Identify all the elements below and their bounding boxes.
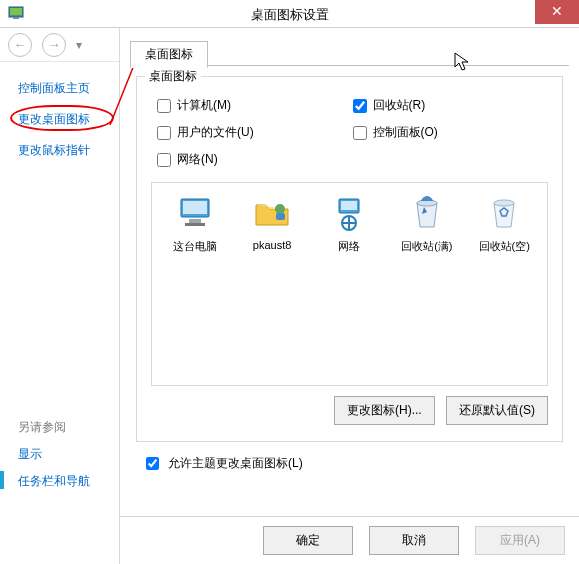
restore-defaults-button[interactable]: 还原默认值(S) — [446, 396, 548, 425]
icon-item-user-folder[interactable]: pkaust8 — [240, 193, 304, 251]
icon-item-recycle-full[interactable]: 回收站(满) — [395, 193, 459, 254]
icon-item-network[interactable]: 网络 — [317, 193, 381, 254]
back-button[interactable]: ← — [8, 33, 32, 57]
sidebar-link-label: 更改桌面图标 — [18, 112, 90, 126]
checkbox-control-panel[interactable]: 控制面板(O) — [353, 124, 549, 141]
sidebar: ← → ▾ 控制面板主页 更改桌面图标 更改鼠标指针 另请参阅 显示 任务栏和导… — [0, 28, 120, 564]
network-icon — [329, 193, 369, 233]
checkbox-recycle-bin[interactable]: 回收站(R) — [353, 97, 549, 114]
computer-icon — [175, 193, 215, 233]
dialog-pane: 桌面图标 桌面图标 计算机(M) 回收站(R) 用户的文件(U) 控制面板(O) — [120, 28, 579, 564]
icon-label: pkaust8 — [240, 239, 304, 251]
dialog-footer: 确定 取消 应用(A) — [120, 516, 579, 564]
tabstrip: 桌面图标 — [130, 40, 569, 66]
checkbox-allow-themes-input[interactable] — [146, 457, 159, 470]
checkbox-network-input[interactable] — [157, 153, 171, 167]
recycle-full-icon — [407, 193, 447, 233]
checkbox-network[interactable]: 网络(N) — [157, 151, 353, 168]
icon-preview-box: 这台电脑 pkaust8 网络 回收站(满) — [151, 182, 548, 386]
dropdown-icon[interactable]: ▾ — [76, 38, 82, 52]
cancel-button[interactable]: 取消 — [369, 526, 459, 555]
checkbox-label: 允许主题更改桌面图标(L) — [168, 455, 303, 472]
sidebar-link-change-desktop-icons[interactable]: 更改桌面图标 — [18, 111, 109, 128]
titlebar: 桌面图标设置 ✕ — [0, 0, 579, 28]
checkbox-label: 计算机(M) — [177, 97, 231, 114]
svg-rect-10 — [341, 201, 357, 210]
ok-button[interactable]: 确定 — [263, 526, 353, 555]
checkbox-user-files-input[interactable] — [157, 126, 171, 140]
see-also-header: 另请参阅 — [18, 419, 109, 436]
sidebar-link-change-mouse-pointers[interactable]: 更改鼠标指针 — [18, 142, 109, 159]
svg-rect-8 — [276, 213, 285, 220]
checkbox-user-files[interactable]: 用户的文件(U) — [157, 124, 353, 141]
icon-label: 这台电脑 — [163, 239, 227, 254]
tab-desktop-icons[interactable]: 桌面图标 — [130, 41, 208, 68]
icon-item-recycle-empty[interactable]: 回收站(空) — [472, 193, 536, 254]
apply-button[interactable]: 应用(A) — [475, 526, 565, 555]
checkbox-label: 控制面板(O) — [373, 124, 438, 141]
checkbox-recycle-bin-input[interactable] — [353, 99, 367, 113]
checkbox-label: 网络(N) — [177, 151, 218, 168]
checkbox-label: 用户的文件(U) — [177, 124, 254, 141]
checkbox-computer[interactable]: 计算机(M) — [157, 97, 353, 114]
groupbox-desktop-icons: 桌面图标 计算机(M) 回收站(R) 用户的文件(U) 控制面板(O) 网络(N… — [136, 76, 563, 442]
groupbox-title: 桌面图标 — [145, 68, 201, 85]
sidebar-link-taskbar-nav[interactable]: 任务栏和导航 — [18, 473, 109, 490]
sidebar-link-display[interactable]: 显示 — [18, 446, 109, 463]
icon-label: 回收站(空) — [472, 239, 536, 254]
svg-rect-6 — [185, 223, 205, 226]
nav-row: ← → ▾ — [0, 28, 119, 62]
window-title: 桌面图标设置 — [0, 6, 579, 24]
checkbox-label: 回收站(R) — [373, 97, 426, 114]
user-folder-icon — [252, 193, 292, 233]
checkbox-allow-themes[interactable]: 允许主题更改桌面图标(L) — [142, 454, 303, 473]
forward-button[interactable]: → — [42, 33, 66, 57]
close-button[interactable]: ✕ — [535, 0, 579, 24]
icon-label: 网络 — [317, 239, 381, 254]
recycle-empty-icon — [484, 193, 524, 233]
checkbox-computer-input[interactable] — [157, 99, 171, 113]
checkbox-control-panel-input[interactable] — [353, 126, 367, 140]
change-icon-button[interactable]: 更改图标(H)... — [334, 396, 435, 425]
svg-point-15 — [494, 200, 514, 206]
icon-item-computer[interactable]: 这台电脑 — [163, 193, 227, 254]
sidebar-link-control-panel-home[interactable]: 控制面板主页 — [18, 80, 109, 97]
icon-label: 回收站(满) — [395, 239, 459, 254]
svg-point-7 — [275, 204, 285, 214]
svg-rect-4 — [183, 201, 207, 214]
svg-rect-5 — [189, 219, 201, 223]
